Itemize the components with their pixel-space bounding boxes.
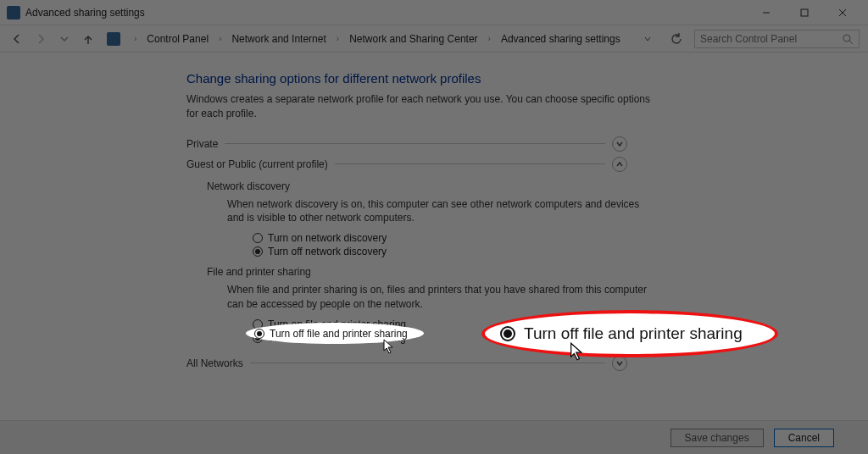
back-button[interactable] [8, 30, 25, 47]
crumb-sep [488, 34, 491, 43]
footer: Save changes Cancel [0, 420, 868, 454]
radio-icon [254, 329, 264, 339]
network-discovery-desc: When network discovery is on, this compu… [227, 197, 651, 226]
section-header-guest[interactable]: Guest or Public (current profile) [186, 157, 627, 172]
search-icon [842, 33, 854, 45]
network-discovery-title: Network discovery [207, 180, 627, 192]
radio-label: Turn on network discovery [268, 232, 387, 244]
radio-label: Turn off network discovery [268, 246, 387, 257]
radio-discovery-on[interactable]: Turn on network discovery [253, 232, 627, 244]
up-button[interactable] [80, 30, 97, 47]
crumb-network-internet[interactable]: Network and Internet [231, 33, 326, 45]
crumb-sep [337, 34, 339, 43]
svg-line-6 [849, 41, 853, 44]
radio-icon [253, 233, 263, 243]
crumb-advanced-sharing[interactable]: Advanced sharing settings [501, 33, 620, 45]
save-changes-button[interactable]: Save changes [670, 429, 764, 447]
cancel-button[interactable]: Cancel [774, 429, 834, 447]
content-area: Change sharing options for different net… [0, 53, 868, 420]
window-title: Advanced sharing settings [25, 7, 747, 19]
section-label: Private [186, 138, 218, 150]
window: Advanced sharing settings Control Panel … [0, 0, 868, 454]
page-title: Change sharing options for different net… [186, 71, 868, 86]
forward-button[interactable] [32, 30, 49, 47]
chevron-up-icon[interactable] [612, 157, 627, 172]
callout-bubble: Turn off file and printer sharing [481, 310, 778, 357]
search-box[interactable] [694, 30, 860, 48]
minimize-button[interactable] [747, 0, 785, 25]
control-panel-icon [107, 32, 120, 46]
crumb-sep [134, 34, 136, 43]
radio-discovery-off[interactable]: Turn off network discovery [253, 246, 627, 257]
crumb-sharing-center[interactable]: Network and Sharing Center [349, 33, 477, 45]
cursor-icon [570, 342, 585, 364]
file-sharing-title: File and printer sharing [207, 266, 627, 278]
app-icon [7, 6, 20, 19]
section-header-all[interactable]: All Networks [186, 356, 627, 371]
section-label: Guest or Public (current profile) [186, 158, 328, 170]
section-private: Private [186, 136, 627, 152]
cursor-icon [383, 339, 395, 357]
recent-button[interactable] [56, 30, 73, 47]
section-header-private[interactable]: Private [186, 136, 627, 152]
close-button[interactable] [823, 0, 861, 25]
window-controls [747, 0, 861, 25]
search-input[interactable] [700, 33, 842, 45]
file-sharing-desc: When file and printer sharing is on, fil… [227, 283, 651, 312]
radio-icon [253, 246, 263, 257]
titlebar: Advanced sharing settings [0, 0, 868, 25]
chevron-down-icon[interactable] [612, 136, 627, 152]
refresh-icon[interactable] [669, 31, 684, 47]
callout-label: Turn off file and printer sharing [524, 324, 743, 343]
section-label: All Networks [186, 357, 243, 369]
svg-point-5 [843, 35, 850, 42]
maximize-button[interactable] [785, 0, 823, 25]
radio-label: Turn off file and printer sharing [270, 328, 408, 340]
page-desc: Windows creates a separate network profi… [186, 92, 661, 121]
highlight-radio-sharing-off[interactable]: Turn off file and printer sharing [246, 323, 424, 344]
section-all-networks: All Networks [186, 356, 627, 371]
navbar: Control Panel Network and Internet Netwo… [0, 25, 868, 53]
crumb-sep [219, 34, 221, 43]
address-dropdown-icon[interactable] [640, 31, 655, 47]
radio-icon [500, 326, 515, 341]
svg-rect-1 [801, 9, 808, 16]
chevron-down-icon[interactable] [612, 356, 627, 371]
crumb-control-panel[interactable]: Control Panel [147, 33, 209, 45]
